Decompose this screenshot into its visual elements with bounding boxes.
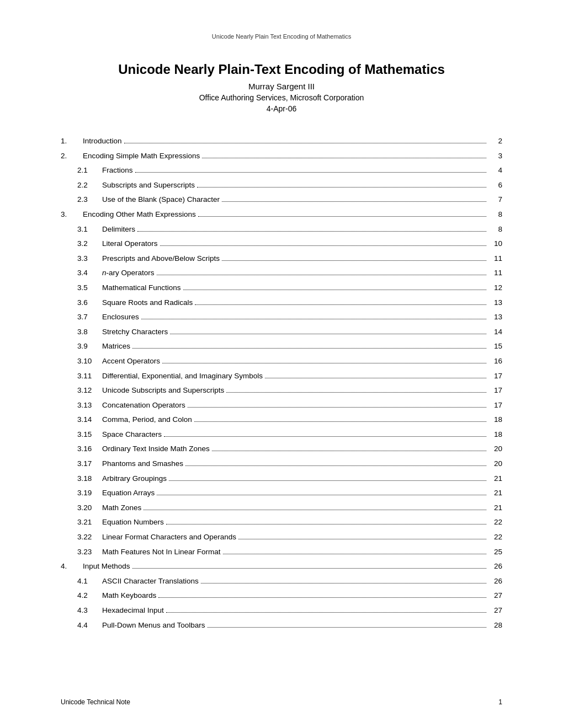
- toc-item: 3.19Equation Arrays21: [61, 487, 502, 499]
- toc-page: 22: [488, 531, 502, 543]
- toc-number: 4.1: [72, 575, 102, 587]
- toc-dots: [185, 465, 486, 466]
- toc-label: Accent Operators: [102, 355, 160, 367]
- toc-dots: [137, 231, 486, 232]
- toc-page: 15: [488, 340, 502, 352]
- footer-right: 1: [498, 698, 502, 706]
- toc-dots: [169, 480, 486, 481]
- toc-page: 18: [488, 414, 502, 426]
- document-main-title: Unicode Nearly Plain-Text Encoding of Ma…: [61, 62, 502, 77]
- toc-number: 3.13: [72, 399, 102, 411]
- toc-number: 3.4: [72, 267, 102, 279]
- toc-number: 3.3: [72, 253, 102, 265]
- toc-page: 18: [488, 429, 502, 441]
- toc-page: 6: [488, 179, 502, 191]
- toc-item: 3.9Matrices15: [61, 340, 502, 352]
- toc-number: 2.2: [72, 179, 102, 191]
- toc-item: 3.6Square Roots and Radicals13: [61, 297, 502, 309]
- toc-label: Space Characters: [102, 429, 162, 441]
- toc-page: 17: [488, 399, 502, 411]
- toc-item: 2.Encoding Simple Math Expressions3: [61, 150, 502, 162]
- toc-label: n-ary Operators: [102, 267, 155, 279]
- toc-item: 3.2Literal Operators10: [61, 238, 502, 250]
- toc-label: Encoding Simple Math Expressions: [83, 150, 200, 162]
- toc-dots: [158, 597, 486, 598]
- footer-left: Unicode Technical Note: [61, 698, 130, 706]
- toc-dots: [238, 539, 486, 539]
- toc-number: 3.22: [72, 531, 102, 543]
- toc-page: 26: [488, 575, 502, 587]
- toc-item: 3.8Stretchy Characters14: [61, 326, 502, 338]
- toc-dots: [170, 334, 486, 334]
- toc-item: 3.17Phantoms and Smashes20: [61, 458, 502, 470]
- toc-dots: [188, 407, 486, 408]
- toc-label: Concatenation Operators: [102, 399, 185, 411]
- toc-label: Input Methods: [83, 560, 130, 572]
- toc-number: 4.2: [72, 590, 102, 602]
- toc-label: ASCII Character Translations: [102, 575, 199, 587]
- document-title-block: Unicode Nearly Plain-Text Encoding of Ma…: [61, 62, 502, 113]
- toc-dots: [166, 612, 486, 613]
- toc-page: 13: [488, 297, 502, 309]
- toc-number: 3.: [61, 208, 83, 221]
- toc-label: Comma, Period, and Colon: [102, 414, 192, 426]
- toc-label: Delimiters: [102, 223, 135, 235]
- toc-item: 3.13Concatenation Operators17: [61, 399, 502, 411]
- toc-page: 21: [488, 487, 502, 499]
- toc-page: 27: [488, 590, 502, 602]
- toc-label: Hexadecimal Input: [102, 604, 164, 617]
- toc-item: 3.23Math Features Not In Linear Format25: [61, 546, 502, 558]
- toc-number: 3.20: [72, 502, 102, 514]
- toc-item: 3.7Enclosures13: [61, 311, 502, 323]
- toc-page: 11: [488, 267, 502, 279]
- toc-page: 12: [488, 282, 502, 294]
- toc-label: Literal Operators: [102, 238, 158, 250]
- toc-page: 17: [488, 384, 502, 397]
- toc-dots: [223, 554, 486, 554]
- toc-dots: [208, 627, 486, 628]
- toc-dots: [132, 568, 486, 569]
- toc-item: 3.5Mathematical Functions12: [61, 282, 502, 294]
- toc-page: 14: [488, 326, 502, 338]
- toc-dots: [197, 187, 486, 188]
- toc-item: 3.Encoding Other Math Expressions8: [61, 208, 502, 221]
- toc-label: Unicode Subscripts and Superscripts: [102, 384, 224, 397]
- toc-page: 13: [488, 311, 502, 323]
- toc-item: 3.15Space Characters18: [61, 429, 502, 441]
- toc-item: 3.22Linear Format Characters and Operand…: [61, 531, 502, 543]
- toc-dots: [164, 436, 486, 437]
- toc-dots: [194, 421, 486, 422]
- toc-dots: [157, 495, 486, 495]
- toc-label: Equation Numbers: [102, 516, 164, 528]
- toc-label: Math Features Not In Linear Format: [102, 546, 221, 558]
- toc-item: 3.14Comma, Period, and Colon18: [61, 414, 502, 426]
- toc-dots: [135, 172, 486, 173]
- document-affiliation: Office Authoring Services, Microsoft Cor…: [61, 93, 502, 102]
- toc-number: 3.18: [72, 473, 102, 485]
- document-author: Murray Sargent III: [61, 82, 502, 91]
- toc-item: 3.21Equation Numbers22: [61, 516, 502, 528]
- toc-label: Differential, Exponential, and Imaginary…: [102, 370, 263, 382]
- toc-dots: [124, 143, 486, 143]
- table-of-contents: 1.Introduction22.Encoding Simple Math Ex…: [61, 135, 502, 631]
- page-header: Unicode Nearly Plain Text Encoding of Ma…: [61, 33, 502, 40]
- page-footer: Unicode Technical Note 1: [61, 698, 502, 706]
- toc-number: 3.8: [72, 326, 102, 338]
- toc-number: 3.10: [72, 355, 102, 367]
- header-title: Unicode Nearly Plain Text Encoding of Ma…: [212, 33, 351, 40]
- toc-number: 3.7: [72, 311, 102, 323]
- toc-label: Encoding Other Math Expressions: [83, 208, 196, 221]
- toc-label: Fractions: [102, 164, 133, 176]
- toc-number: 3.9: [72, 340, 102, 352]
- toc-page: 21: [488, 502, 502, 514]
- toc-item: 1.Introduction2: [61, 135, 502, 147]
- toc-page: 28: [488, 619, 502, 631]
- toc-dots: [166, 524, 486, 524]
- page: Unicode Nearly Plain Text Encoding of Ma…: [0, 0, 563, 728]
- toc-label: Ordinary Text Inside Math Zones: [102, 443, 210, 455]
- toc-label: Linear Format Characters and Operands: [102, 531, 236, 543]
- toc-number: 3.5: [72, 282, 102, 294]
- toc-item: 4.2Math Keyboards27: [61, 590, 502, 602]
- toc-page: 7: [488, 194, 502, 206]
- toc-number: 2.: [61, 150, 83, 162]
